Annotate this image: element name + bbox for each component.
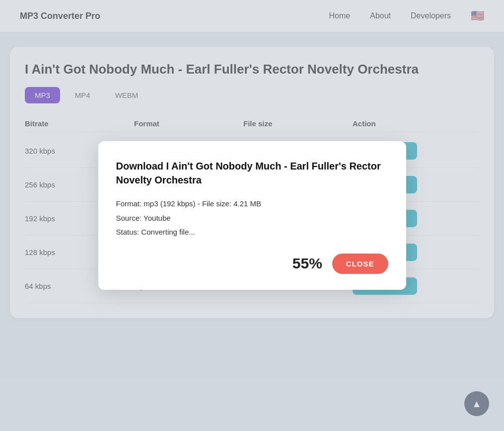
close-button[interactable]: CLOSE [332,254,388,274]
modal-format-line: Format: mp3 (192 kbps) - File size: 4.21… [116,197,388,211]
modal-overlay: Download I Ain't Got Nobody Much - Earl … [0,0,504,431]
download-modal: Download I Ain't Got Nobody Much - Earl … [98,141,406,290]
modal-title: Download I Ain't Got Nobody Much - Earl … [116,159,388,187]
modal-status-line: Status: Converting file... [116,225,388,240]
modal-info: Format: mp3 (192 kbps) - File size: 4.21… [116,197,388,240]
modal-footer: 55% CLOSE [116,254,388,274]
modal-source-line: Source: Youtube [116,211,388,226]
progress-percent: 55% [292,255,322,272]
